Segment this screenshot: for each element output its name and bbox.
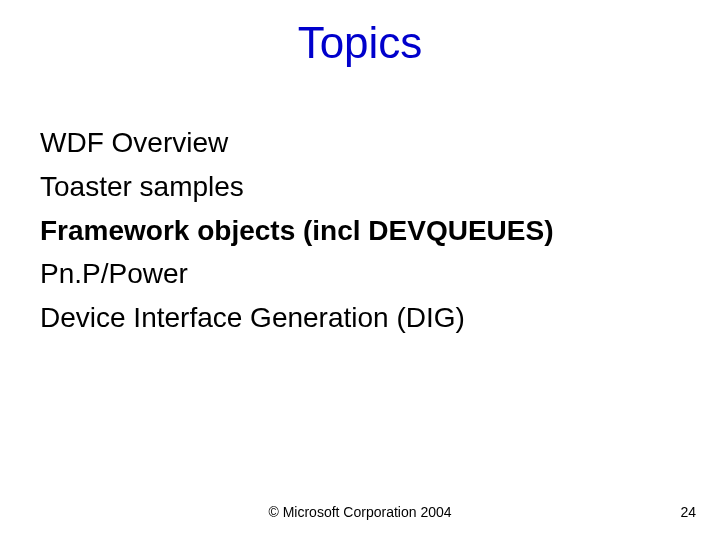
page-number: 24 (680, 504, 696, 520)
footer-copyright: © Microsoft Corporation 2004 (0, 504, 720, 520)
list-item: Toaster samples (40, 168, 680, 206)
topic-list: WDF Overview Toaster samples Framework o… (40, 124, 680, 343)
slide: Topics WDF Overview Toaster samples Fram… (0, 0, 720, 540)
list-item: Device Interface Generation (DIG) (40, 299, 680, 337)
list-item: Framework objects (incl DEVQUEUES) (40, 212, 680, 250)
list-item: Pn.P/Power (40, 255, 680, 293)
slide-title: Topics (0, 18, 720, 68)
list-item: WDF Overview (40, 124, 680, 162)
